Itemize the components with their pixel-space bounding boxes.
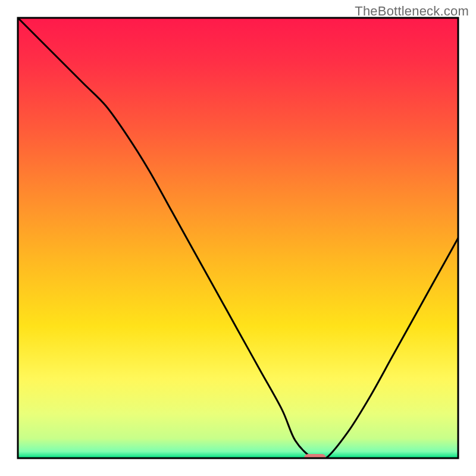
watermark-label: TheBottleneck.com [355, 4, 469, 19]
chart-container: TheBottleneck.com [0, 0, 476, 476]
bottleneck-chart [0, 0, 476, 476]
